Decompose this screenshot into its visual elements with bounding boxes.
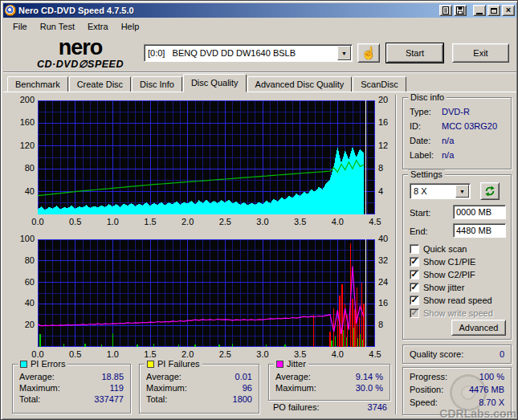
axis-tick: 4.0 <box>324 349 350 360</box>
tab-advanced-disc-quality[interactable]: Advanced Disc Quality <box>247 76 353 92</box>
exit-button[interactable]: Exit <box>452 43 509 63</box>
pi-failures-color-swatch <box>147 361 154 368</box>
jitter-group: Jitter Average:9.14 %Maximum:30.0 % <box>268 364 390 401</box>
checkbox-box[interactable]: ✓ <box>410 308 419 318</box>
axis-tick: 0.5 <box>63 217 88 227</box>
start-position-input[interactable] <box>453 205 506 219</box>
checkbox-box[interactable]: ✓ <box>410 283 419 292</box>
drive-selector[interactable]: [0:0] BENQ DVD DD DW1640 BSLB ▼ <box>144 44 353 62</box>
chevron-down-icon[interactable]: ▼ <box>455 185 469 198</box>
stat-row: Total:337477 <box>13 393 130 405</box>
advanced-button[interactable]: Advanced <box>451 320 506 336</box>
menu-help[interactable]: Help <box>115 20 146 33</box>
progress-label: Progress: <box>410 372 447 381</box>
checkbox-show-write-speed[interactable]: ✓Show write speed <box>410 307 509 319</box>
axis-tick: 4.5 <box>362 349 388 360</box>
end-label: End: <box>410 226 428 236</box>
tab-disc-info[interactable]: Disc Info <box>132 76 182 92</box>
tab-benchmark[interactable]: Benchmark <box>7 76 68 92</box>
axis-tick: 200 <box>4 95 35 105</box>
eject-hand-button[interactable]: ☝ <box>357 43 380 63</box>
axis-tick: 1.5 <box>137 217 163 227</box>
jitter-plot <box>38 239 375 347</box>
checkbox-box[interactable] <box>410 244 419 254</box>
axis-tick: 80 <box>4 255 35 266</box>
quality-score-value: 0 <box>500 349 504 359</box>
tab-scandisc[interactable]: ScanDisc <box>353 76 406 92</box>
menu-bar: FileRun TestExtraHelp <box>3 18 516 34</box>
start-button[interactable]: Start <box>386 43 443 63</box>
pi-failures-group-title: PI Failures <box>157 359 200 369</box>
title-bar[interactable]: Nero CD-DVD Speed 4.7.5.0 × <box>3 3 516 18</box>
stat-value: 96 <box>243 383 252 393</box>
stat-value: 119 <box>109 383 124 393</box>
disc-info-label: Label: <box>410 150 442 160</box>
checkbox-show-read-speed[interactable]: ✓Show read speed <box>410 294 509 306</box>
menu-extra[interactable]: Extra <box>81 20 115 33</box>
checkbox-label: Show C1/PIE <box>423 257 475 267</box>
menu-file[interactable]: File <box>6 20 34 33</box>
sidebar-divider <box>395 95 397 414</box>
checkbox-box[interactable]: ✓ <box>410 270 419 279</box>
stat-row: Average:18.85 <box>13 371 130 382</box>
disc-info-label: Date: <box>410 136 442 145</box>
menu-run-test[interactable]: Run Test <box>34 20 81 33</box>
po-failures-label: PO failures: <box>273 402 319 412</box>
stat-label: Total: <box>19 394 40 404</box>
close-button[interactable]: × <box>502 5 515 16</box>
stat-row: Total:1800 <box>140 393 259 405</box>
nero-logo: nero CD·DVD∅SPEED <box>17 37 144 70</box>
disc-info-value: n/a <box>442 136 454 145</box>
jitter-group-title: Jitter <box>287 359 306 369</box>
stat-value: 0.01 <box>235 372 252 381</box>
checkbox-box[interactable]: ✓ <box>410 257 419 267</box>
drive-selector-value: [0:0] BENQ DVD DD DW1640 BSLB <box>145 48 336 58</box>
pi-failures-group: PI Failures Average:0.01Maximum:96Total:… <box>139 364 259 414</box>
axis-tick: 2.5 <box>212 217 238 227</box>
stat-row: Maximum:119 <box>13 382 130 393</box>
checkbox-show-jitter[interactable]: ✓Show jitter <box>410 281 509 293</box>
tab-create-disc[interactable]: Create Disc <box>69 76 131 92</box>
stat-label: Average: <box>146 372 182 381</box>
disc-info-group: Disc info Type:DVD-RID:MCC 03RG20Date:n/… <box>402 97 512 169</box>
report-button[interactable] <box>439 5 452 16</box>
checkbox-quick-scan[interactable]: Quick scan <box>410 243 509 255</box>
axis-tick: 4.5 <box>362 217 388 227</box>
checkbox-show-c1-pie[interactable]: ✓Show C1/PIE <box>410 255 509 267</box>
refresh-speeds-button[interactable] <box>480 182 500 200</box>
maximize-button[interactable] <box>487 5 500 16</box>
axis-tick: 1.0 <box>100 217 125 227</box>
progress-value: 100 % <box>479 372 504 381</box>
checkbox-box[interactable]: ✓ <box>410 296 419 305</box>
end-position-input[interactable] <box>453 223 506 238</box>
checkbox-show-c2-pif[interactable]: ✓Show C2/PIF <box>410 268 509 280</box>
disc-info-row: Type:DVD-R <box>403 104 511 119</box>
toolbar-separator <box>3 71 516 73</box>
pi-errors-plot <box>38 100 375 214</box>
save-button[interactable] <box>454 5 467 16</box>
axis-tick: 60 <box>4 277 35 287</box>
axis-tick: 2.0 <box>175 217 201 227</box>
disc-info-row: Label:n/a <box>403 148 511 162</box>
pi-errors-group-title: PI Errors <box>31 359 65 369</box>
tab-disc-quality[interactable]: Disc Quality <box>183 74 247 92</box>
app-window: Nero CD-DVD Speed 4.7.5.0 × FileRun Test… <box>0 0 518 420</box>
disc-info-value: MCC 03RG20 <box>442 121 497 131</box>
scan-speed-select[interactable]: 8 X ▼ <box>410 183 471 199</box>
pi-errors-group: PI Errors Average:18.85Maximum:119Total:… <box>12 364 131 414</box>
disc-info-label: Type: <box>410 107 442 116</box>
axis-tick: 40 <box>4 298 35 308</box>
stat-label: Maximum: <box>275 383 316 393</box>
stat-label: Total: <box>146 394 167 404</box>
tab-strip: BenchmarkCreate DiscDisc InfoDisc Qualit… <box>7 74 407 92</box>
stat-row: Maximum:96 <box>140 382 259 393</box>
watermark: CDRLabs.com <box>439 407 516 420</box>
stat-value: 18.85 <box>101 372 124 381</box>
axis-tick: 120 <box>4 141 35 151</box>
axis-tick: 1.0 <box>100 349 125 360</box>
minimize-button[interactable] <box>473 5 486 16</box>
stat-label: Average: <box>19 372 55 381</box>
checkbox-label: Show C2/PIF <box>423 270 475 279</box>
axis-tick: 20 <box>4 320 35 330</box>
chevron-down-icon[interactable]: ▼ <box>337 46 351 60</box>
